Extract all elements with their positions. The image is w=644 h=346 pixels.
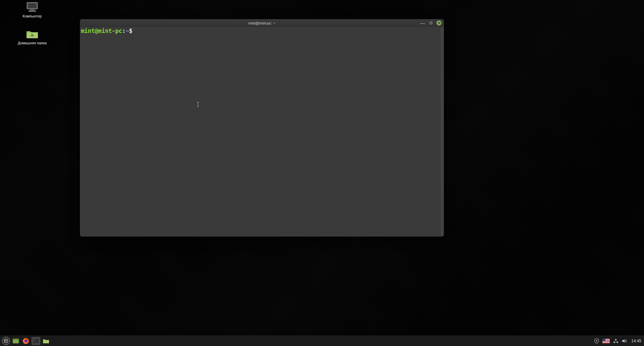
taskbar-show-desktop[interactable] [11,337,20,345]
terminal-body[interactable]: mint@mint-pc:~$ [80,27,444,236]
taskbar: >_ [0,336,644,346]
svg-rect-6 [13,339,19,340]
prompt-symbol: $ [129,28,132,34]
tray-network[interactable] [613,338,618,344]
taskbar-left: >_ [2,337,50,345]
computer-icon [25,1,40,13]
tray-keyboard-layout[interactable] [602,338,610,344]
taskbar-terminal[interactable]: >_ [32,337,40,345]
start-menu-button[interactable] [2,337,10,345]
tray-volume[interactable] [622,338,627,344]
terminal-window: mint@mint-pc: ~ — ✕ mint@mint-pc:~$ [80,19,444,237]
desktop-icon-label: Домашняя папка [18,41,47,45]
volume-icon [622,339,627,343]
desktop-icon-computer[interactable]: Компьютер [16,1,48,18]
network-icon [613,339,618,343]
taskbar-firefox[interactable] [21,337,30,345]
maximize-button[interactable] [428,21,433,26]
text-cursor-icon [198,102,198,107]
svg-text:>_: >_ [34,339,37,342]
taskbar-clock[interactable]: 14:45 [631,339,641,343]
svg-point-14 [617,342,618,343]
tray-shield[interactable] [594,338,599,344]
prompt-path: ~ [126,28,129,34]
window-title: mint@mint-pc: ~ [80,21,444,25]
desktop-icon-label: Компьютер [23,14,42,18]
svg-rect-3 [28,11,36,12]
linux-mint-logo-icon [4,339,8,343]
taskbar-files[interactable] [42,337,50,345]
svg-rect-2 [30,9,35,11]
desktop-icons: Компьютер Домашняя папка [16,1,48,45]
files-icon [43,338,49,344]
show-desktop-icon [12,338,19,344]
shield-icon [594,338,599,344]
desktop-icon-home-folder[interactable]: Домашняя папка [16,28,48,45]
window-titlebar[interactable]: mint@mint-pc: ~ — ✕ [80,19,444,27]
svg-point-13 [613,342,615,343]
terminal-prompt: mint@mint-pc:~$ [81,28,443,34]
svg-point-8 [25,340,27,342]
firefox-icon [22,338,29,344]
close-button[interactable]: ✕ [436,20,442,26]
us-flag-icon [602,339,610,343]
home-folder-icon [25,28,40,40]
prompt-colon: : [122,28,126,34]
svg-point-11 [596,340,597,342]
window-controls: — ✕ [420,20,442,26]
taskbar-right: 14:45 [594,338,642,344]
svg-rect-1 [28,3,37,8]
minimize-button[interactable]: — [420,21,425,26]
terminal-scrollbar[interactable] [441,27,444,236]
terminal-icon: >_ [33,338,39,344]
prompt-user-host: mint@mint-pc [81,28,122,34]
svg-point-12 [615,339,616,340]
